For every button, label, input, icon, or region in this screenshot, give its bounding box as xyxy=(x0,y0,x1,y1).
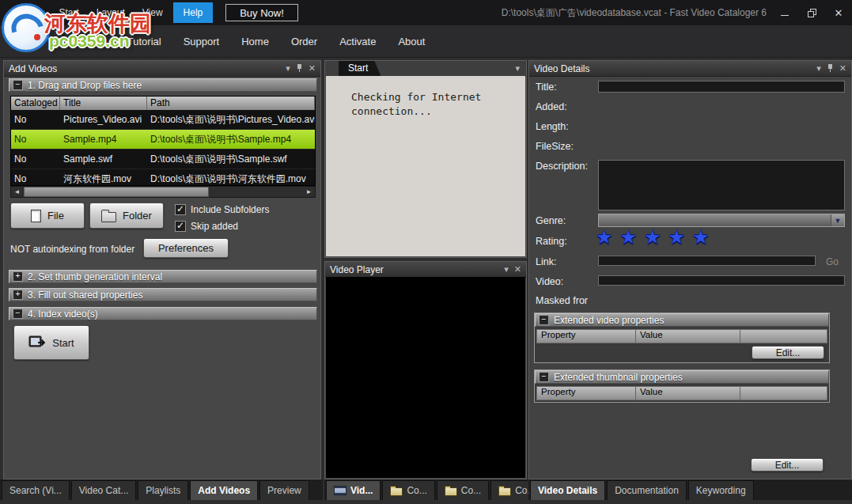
collapse-icon[interactable]: − xyxy=(539,372,549,382)
index-video-icon xyxy=(28,335,46,350)
menu-about[interactable]: About xyxy=(387,36,436,47)
expand-icon[interactable]: + xyxy=(13,271,23,282)
scrollbar-thumb[interactable] xyxy=(24,187,209,197)
star-icon[interactable]: ★ xyxy=(692,228,710,247)
video-player-screen[interactable] xyxy=(326,277,525,478)
properties-header-row: Property Value xyxy=(536,329,827,343)
panel-title: Add Videos xyxy=(9,63,57,74)
tab-add-videos[interactable]: Add Videos xyxy=(190,480,258,500)
edit-video-properties-button[interactable]: Edit... xyxy=(752,346,824,359)
section-label: 1. Drag and Drop files here xyxy=(28,80,142,91)
menu-activate[interactable]: Activate xyxy=(328,36,387,47)
col-path[interactable]: Path xyxy=(147,97,315,110)
checkbox-checked-icon xyxy=(175,204,186,215)
menu-order[interactable]: Order xyxy=(280,36,328,47)
horizontal-scrollbar[interactable]: ◄ ► xyxy=(10,186,316,198)
video-player-header: Video Player ▾ ✕ xyxy=(325,262,526,278)
star-icon[interactable]: ★ xyxy=(644,228,661,247)
tab-keywording[interactable]: Keywording xyxy=(688,480,754,500)
menu-help[interactable]: Help xyxy=(173,2,214,23)
menu-layout[interactable]: Layout xyxy=(88,0,134,25)
chevron-down-icon[interactable]: ▾ xyxy=(504,265,509,274)
tab-search-videos[interactable]: Search (Vi... xyxy=(2,480,70,500)
scroll-left-icon[interactable]: ◄ xyxy=(11,188,23,195)
link-field[interactable] xyxy=(598,256,816,266)
chevron-down-icon[interactable]: ▾ xyxy=(286,64,290,73)
video-label: Video: xyxy=(536,276,563,287)
tab-documentation[interactable]: Documentation xyxy=(607,480,687,500)
section-label: 2. Set thumb generation interval xyxy=(28,271,162,282)
col-value: Value xyxy=(636,330,740,343)
window-title: D:\tools\桌面\广告\videodatabase.vcat - Fast… xyxy=(502,0,767,25)
description-label: Description: xyxy=(536,161,588,172)
star-icon[interactable]: ★ xyxy=(668,228,686,247)
genre-label: Genre: xyxy=(536,215,566,226)
video-player-panel: Video Player ▾ ✕ xyxy=(324,261,527,479)
menu-view-help[interactable]: View Help xyxy=(48,36,116,47)
tab-playlists[interactable]: Playlists xyxy=(138,480,188,500)
minimize-button[interactable] xyxy=(771,0,798,25)
skip-added-checkbox[interactable]: Skip added xyxy=(175,221,238,232)
length-label: Length: xyxy=(536,121,569,132)
collapse-icon[interactable]: − xyxy=(13,80,23,90)
star-icon[interactable]: ★ xyxy=(596,228,613,247)
menu-tutorial[interactable]: Tutorial xyxy=(116,36,172,47)
chevron-down-icon[interactable]: ▾ xyxy=(515,64,520,73)
collapse-icon[interactable]: − xyxy=(539,315,549,325)
tab-companion-2[interactable]: Co... xyxy=(437,480,489,500)
expand-icon[interactable]: + xyxy=(13,290,23,300)
properties-header-row: Property Value xyxy=(536,386,827,400)
col-title[interactable]: Title xyxy=(60,97,147,110)
go-button[interactable]: Go xyxy=(826,256,839,267)
close-icon[interactable]: ✕ xyxy=(839,64,846,73)
star-icon[interactable]: ★ xyxy=(620,228,638,247)
collapse-icon[interactable]: − xyxy=(13,309,23,319)
edit-thumbnail-properties-button[interactable]: Edit... xyxy=(751,458,824,472)
tab-start-page[interactable]: Start xyxy=(339,61,381,76)
status-message: Checking for Internet connection... xyxy=(351,90,509,119)
video-details-header: Video Details ▾ ✕ xyxy=(529,61,851,77)
close-button[interactable]: ✕ xyxy=(825,0,852,25)
include-subfolders-checkbox[interactable]: Include Subfolders xyxy=(175,204,269,215)
video-field[interactable] xyxy=(598,275,845,286)
menu-home[interactable]: Home xyxy=(230,36,280,47)
col-value: Value xyxy=(636,387,740,400)
add-folder-button[interactable]: Folder xyxy=(89,203,164,229)
col-cataloged[interactable]: Cataloged xyxy=(11,97,60,110)
table-row[interactable]: No Sample.swf D:\tools\桌面\说明书\Sample.swf xyxy=(11,150,315,169)
table-row-selected[interactable]: No Sample.mp4 D:\tools\桌面\说明书\Sample.mp4 xyxy=(11,130,315,150)
menu-view[interactable]: View xyxy=(134,0,172,25)
tab-video-player[interactable]: Vid... xyxy=(326,480,381,500)
files-table: Cataloged Title Path No Pictures_Video.a… xyxy=(10,96,316,186)
preferences-button[interactable]: Preferences xyxy=(143,238,229,258)
masked-from-label: Masked fror xyxy=(536,295,588,306)
added-label: Added: xyxy=(536,101,567,112)
tab-video-details[interactable]: Video Details xyxy=(530,480,605,500)
buy-now-button[interactable]: Buy Now! xyxy=(225,4,298,21)
description-field[interactable] xyxy=(598,160,845,210)
start-indexing-button[interactable]: Start xyxy=(13,325,89,360)
chevron-down-icon[interactable]: ▾ xyxy=(816,64,821,73)
file-icon xyxy=(31,210,41,222)
pin-icon[interactable] xyxy=(297,64,303,73)
title-field[interactable] xyxy=(598,81,845,93)
menu-start[interactable]: Start xyxy=(50,0,87,25)
section-label: 4. Index video(s) xyxy=(28,309,98,320)
section-label: Extended thumbnail properties xyxy=(554,372,683,383)
close-icon[interactable]: ✕ xyxy=(514,265,521,274)
scroll-right-icon[interactable]: ► xyxy=(303,188,315,195)
tab-video-catalog[interactable]: Video Cat... xyxy=(71,480,136,500)
tab-companion-1[interactable]: Co... xyxy=(382,480,434,500)
panel-title: Video Details xyxy=(534,63,590,74)
tab-preview[interactable]: Preview xyxy=(259,480,309,500)
menu-news[interactable]: News xyxy=(0,36,48,47)
add-file-button[interactable]: File xyxy=(10,203,85,229)
table-row[interactable]: No Pictures_Video.avi D:\tools\桌面\说明书\Pi… xyxy=(11,110,315,130)
menu-catalog[interactable]: Catalog xyxy=(0,0,50,25)
pin-icon[interactable] xyxy=(827,64,834,73)
menu-support[interactable]: Support xyxy=(172,36,231,47)
genre-dropdown[interactable]: ▼ xyxy=(598,214,845,227)
restore-button[interactable] xyxy=(798,0,825,25)
close-icon[interactable]: ✕ xyxy=(309,64,316,73)
section-label: 3. Fill out shared properties xyxy=(28,290,142,301)
